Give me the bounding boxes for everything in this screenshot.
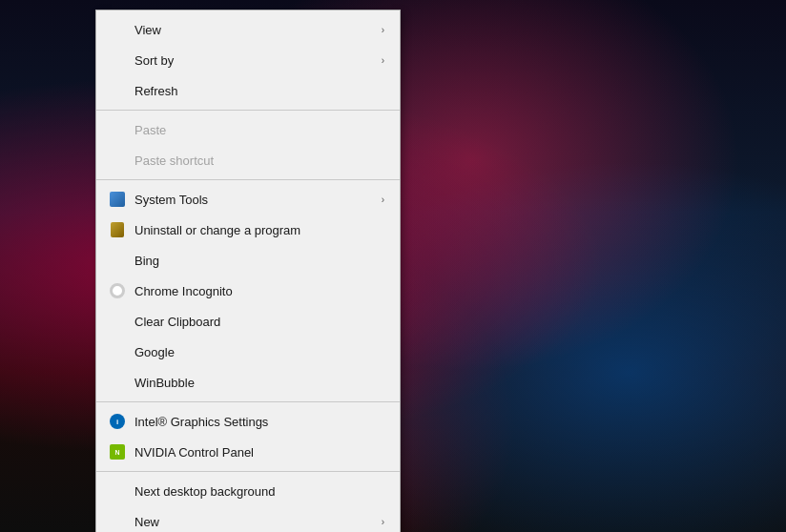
submenu-arrow-sort-by: ›	[382, 55, 384, 66]
menu-separator	[96, 401, 400, 402]
menu-item-label-google: Google	[134, 345, 384, 359]
menu-item-label-clear-clipboard: Clear Clipboard	[134, 315, 384, 329]
no-icon	[108, 512, 127, 531]
menu-item-label-system-tools: System Tools	[134, 193, 382, 207]
menu-item-label-refresh: Refresh	[134, 84, 384, 98]
menu-item-clear-clipboard[interactable]: Clear Clipboard	[96, 306, 400, 337]
menu-item-paste-shortcut: Paste shortcut	[96, 145, 400, 175]
menu-item-label-uninstall: Uninstall or change a program	[134, 223, 384, 237]
no-icon	[108, 151, 127, 170]
intel-icon: i	[108, 412, 127, 431]
no-icon	[108, 342, 127, 361]
menu-item-label-nvidia: NVIDIA Control Panel	[134, 445, 384, 460]
menu-item-system-tools[interactable]: System Tools›	[96, 184, 400, 215]
menu-item-google[interactable]: Google	[96, 337, 400, 367]
menu-item-view[interactable]: View›	[96, 14, 400, 45]
uninstall-icon	[108, 220, 127, 239]
submenu-arrow-view: ›	[382, 25, 384, 35]
menu-item-label-paste: Paste	[134, 123, 384, 137]
no-icon	[108, 312, 127, 331]
menu-item-winbubble[interactable]: WinBubble	[96, 367, 400, 398]
menu-separator	[96, 471, 400, 472]
menu-item-label-intel-graphics: Intel® Graphics Settings	[134, 415, 384, 429]
menu-separator	[96, 110, 400, 111]
no-icon	[108, 251, 127, 270]
nvidia-icon: N	[108, 442, 127, 461]
menu-item-label-bing: Bing	[134, 254, 384, 268]
menu-item-next-bg[interactable]: Next desktop background	[96, 476, 400, 506]
menu-item-chrome-incognito[interactable]: Chrome Incognito	[96, 276, 400, 306]
menu-item-bing[interactable]: Bing	[96, 245, 400, 276]
menu-item-refresh[interactable]: Refresh	[96, 75, 400, 106]
menu-item-label-chrome-incognito: Chrome Incognito	[134, 284, 384, 298]
menu-item-label-paste-shortcut: Paste shortcut	[134, 153, 384, 168]
system-tools-icon	[108, 190, 127, 209]
menu-item-sort-by[interactable]: Sort by›	[96, 45, 400, 75]
menu-item-label-new: New	[134, 515, 382, 529]
menu-item-label-winbubble: WinBubble	[134, 376, 384, 390]
submenu-arrow-system-tools: ›	[382, 194, 384, 205]
menu-item-label-next-bg: Next desktop background	[134, 484, 384, 499]
menu-item-nvidia[interactable]: NNVIDIA Control Panel	[96, 437, 400, 467]
submenu-arrow-new: ›	[382, 517, 384, 527]
menu-item-new[interactable]: New›	[96, 506, 400, 532]
context-menu: View›Sort by›RefreshPastePaste shortcutS…	[95, 10, 401, 532]
menu-item-label-view: View	[134, 23, 382, 37]
no-icon	[108, 51, 127, 70]
no-icon	[108, 120, 127, 139]
menu-separator	[96, 179, 400, 180]
menu-item-paste: Paste	[96, 114, 400, 145]
no-icon	[108, 481, 127, 501]
no-icon	[108, 20, 127, 39]
menu-item-intel-graphics[interactable]: iIntel® Graphics Settings	[96, 406, 400, 437]
no-icon	[108, 373, 127, 392]
chrome-icon	[108, 281, 127, 300]
no-icon	[108, 81, 127, 100]
menu-item-label-sort-by: Sort by	[134, 53, 382, 68]
menu-item-uninstall[interactable]: Uninstall or change a program	[96, 215, 400, 245]
